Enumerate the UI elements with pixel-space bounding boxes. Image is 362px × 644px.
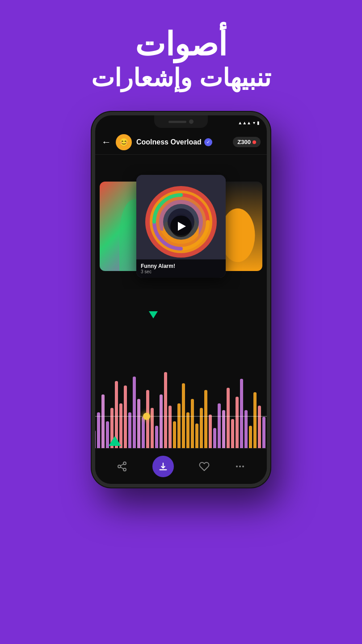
status-icons: ▲▲▲ ▾ ▮ xyxy=(238,120,260,125)
wave-bar xyxy=(236,397,239,448)
svg-point-13 xyxy=(239,466,241,467)
wave-bar xyxy=(249,426,252,448)
background: أصوات تنبيهات وإشعارات ▲▲▲ xyxy=(0,0,362,644)
verified-badge: ✓ xyxy=(204,138,212,146)
title-line1: أصوات xyxy=(0,27,362,62)
svg-line-11 xyxy=(121,464,124,466)
title-line2: تنبيهات وإشعارات xyxy=(0,62,362,94)
more-button[interactable] xyxy=(235,461,245,472)
wave-bar xyxy=(213,428,216,448)
avatar: 😊 xyxy=(116,134,132,150)
wave-bar xyxy=(173,421,176,448)
progress-thumb[interactable] xyxy=(143,413,150,420)
z-coins-badge[interactable]: Z300 xyxy=(233,137,261,147)
camera-dot xyxy=(189,119,194,124)
song-duration: 3 sec xyxy=(141,269,221,274)
wave-bar xyxy=(253,392,257,448)
wifi-icon: ▾ xyxy=(253,120,255,125)
wave-bar xyxy=(195,424,198,448)
wave-bar xyxy=(97,412,100,448)
wave-bar xyxy=(200,408,203,448)
wave-bar xyxy=(151,408,154,448)
content-area: Funny Alarm! 3 sec xyxy=(95,155,267,484)
wave-bar xyxy=(231,419,234,448)
progress-line[interactable] xyxy=(95,416,267,417)
back-button[interactable]: ← xyxy=(101,136,111,148)
song-title: Funny Alarm! xyxy=(141,263,221,269)
phone-frame: ▲▲▲ ▾ ▮ ← 😊 Coolness Overload ✓ xyxy=(92,112,270,487)
svg-line-10 xyxy=(121,467,124,469)
wave-bar xyxy=(155,426,158,448)
phone-notch xyxy=(154,115,208,128)
wave-bar xyxy=(133,377,136,448)
wave-bar xyxy=(142,417,145,448)
wave-bar xyxy=(95,430,96,448)
phone-vol-down-button xyxy=(92,235,93,262)
channel-info: Coolness Overload ✓ xyxy=(136,138,228,146)
wave-bar xyxy=(168,406,172,448)
share-button[interactable] xyxy=(117,461,127,472)
wave-bar xyxy=(137,399,140,448)
wave-bar xyxy=(101,394,105,448)
wave-bar xyxy=(267,401,267,448)
wave-bar xyxy=(164,372,167,448)
svg-point-14 xyxy=(242,466,244,467)
signal-icon: ▲▲▲ xyxy=(238,120,251,125)
carousel-area: Funny Alarm! 3 sec xyxy=(95,164,267,289)
svg-point-8 xyxy=(118,465,121,468)
action-bar xyxy=(95,448,267,484)
battery-icon: ▮ xyxy=(257,120,260,125)
wave-bar xyxy=(177,403,181,448)
phone-vol-up-button xyxy=(92,203,93,230)
wave-bar xyxy=(209,415,212,448)
channel-name: Coolness Overload xyxy=(136,138,202,146)
wave-bar xyxy=(218,403,221,448)
phone-power-button xyxy=(269,196,270,232)
waveform-area xyxy=(95,359,267,448)
down-arrow-indicator xyxy=(149,311,158,318)
wave-bar xyxy=(124,386,127,448)
play-button[interactable] xyxy=(170,216,192,237)
phone-mute-button xyxy=(92,178,93,194)
wave-bar xyxy=(191,399,194,448)
wave-bar xyxy=(240,379,243,448)
wave-bar xyxy=(160,394,163,448)
play-icon xyxy=(178,222,186,231)
header-text-area: أصوات تنبيهات وإشعارات xyxy=(0,0,362,94)
wave-bar xyxy=(204,390,207,448)
wave-bar xyxy=(227,388,230,448)
volume-indicator xyxy=(109,436,121,446)
svg-point-9 xyxy=(123,468,126,471)
wave-bar xyxy=(258,406,261,448)
song-label: Funny Alarm! 3 sec xyxy=(136,259,226,278)
svg-point-12 xyxy=(236,466,238,467)
speaker-bar xyxy=(168,121,186,123)
download-button[interactable] xyxy=(152,456,174,477)
wave-bar xyxy=(186,412,189,448)
svg-point-7 xyxy=(123,462,126,465)
thumbnail-main[interactable]: Funny Alarm! 3 sec xyxy=(136,175,226,278)
z-dot xyxy=(253,140,256,144)
wave-bar xyxy=(262,417,265,448)
like-button[interactable] xyxy=(199,461,210,472)
phone-mockup: ▲▲▲ ▾ ▮ ← 😊 Coolness Overload ✓ xyxy=(92,112,270,604)
wave-bar xyxy=(128,412,131,448)
app-header: ← 😊 Coolness Overload ✓ Z300 xyxy=(95,130,267,155)
phone-screen: ▲▲▲ ▾ ▮ ← 😊 Coolness Overload ✓ xyxy=(95,115,267,484)
